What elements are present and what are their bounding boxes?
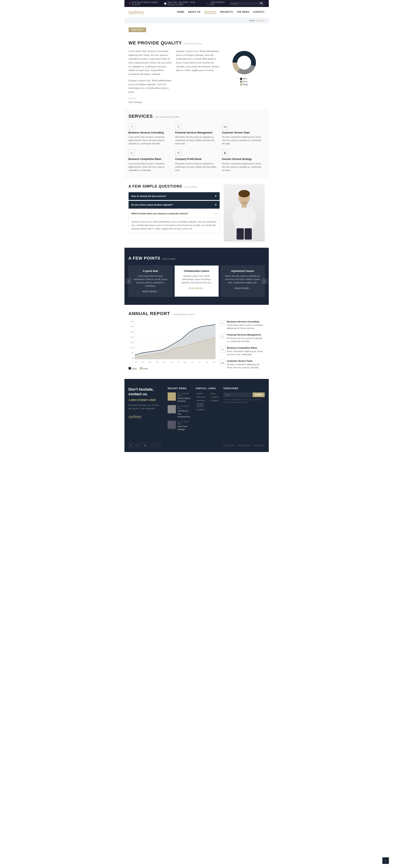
faq-question[interactable]: What to know when you choose a corporate… [128,210,220,218]
point-card-link[interactable]: READ MORE › [132,290,169,293]
service-card: ◫ Financial Services Management Elit dro… [175,123,218,146]
nav-item-contact[interactable]: CONTACT [253,11,265,14]
page-badge: SERVICES [128,27,146,32]
hours-info: 🕐 Open: Mon - Sat 08:00 - 19:00, Sunday … [164,1,203,6]
nav-item-home[interactable]: HOME [177,11,184,14]
footer-recent-news: RECENT NEWS 01 - 28 March 2019 How to bu… [168,387,190,433]
quality-subtitle: the best services [184,42,202,45]
page-title-section: SERVICES [124,23,269,34]
location-icon: 📍 [128,2,131,5]
subscribe-email-input[interactable] [223,393,252,397]
breadcrumb-home[interactable]: Home [249,20,255,22]
news-date: 01 - 28 March 2019 [178,405,190,409]
news-item: 01 - 28 March 2019 How to build a busine… [168,393,190,403]
chart-icon: ◫ [175,123,182,130]
point-card-link[interactable]: READ MORE › [224,287,261,289]
service-desc: Sit amet, consectetur adipiscing elit. D… [222,162,265,172]
legend-item-beige: Beige [240,83,248,86]
footer-link[interactable]: Portfolio [195,409,206,411]
facebook-icon[interactable]: f [149,443,154,448]
chart-legend-row: SalesProfit [128,367,215,370]
nav-item-the-news[interactable]: THE NEWS [237,11,249,14]
service-name: Company Profile Book [175,158,218,161]
nav-item-services[interactable]: SERVICES [204,11,216,14]
footer-brand: Don't hesitate, contact us. 1-800-SYDNEY… [128,387,163,433]
news-title[interactable]: How to build a business [178,397,190,403]
faq-items: How to choose the best service? + Do you… [128,192,220,233]
news-thumb [168,405,176,413]
line-chart-area: 3503002502001501005015 [128,320,215,373]
chart-legend-item: Sales [128,367,137,370]
search-form: 🔍 [230,1,265,6]
news-date: 01 - 28 March 2019 [178,393,190,397]
faq-content: A FEW SIMPLE QUESTIONS just to know How … [128,184,220,234]
faq-item: How to choose the best service? + [128,192,220,200]
point-card-title: Collaboration bases [179,270,215,273]
search-input[interactable] [230,2,259,5]
legend-item-grey: Grey [240,81,248,83]
briefcase-icon: ⬡ [128,123,135,130]
annual-subtitle: comprehensive report [172,313,195,315]
quality-section: WE PROVIDE QUALITY the best services Lor… [124,34,269,110]
monitor-icon: ▬ [220,360,225,365]
footer-phone: 1-800-SYDNEY-4506 [128,398,163,402]
faq-question[interactable]: How to choose the best service? + [128,192,220,200]
point-card-link[interactable]: READ MORE › [179,287,215,289]
services-section: SERVICES you know what we offer ⬡ Busine… [124,110,269,178]
svg-point-3 [237,56,251,70]
legend-color [240,78,242,80]
footer-link[interactable]: Contact [210,396,218,398]
service-name: Business Services Consulting [128,131,171,134]
footer-link[interactable]: Google Service [195,403,206,407]
phone-icon: 📞 [207,2,209,5]
nav-item-about-us[interactable]: ABOUT US [188,11,201,14]
monitor-icon: ▬ [222,123,229,130]
points-section: A FEW POINTS just to know ‹ › A good dea… [124,248,269,305]
service-desc: Lorem ipsum dolor sit amet, consectetur … [128,162,171,172]
quality-text: Lorem ipsum dolor sit amet, consectetur … [128,49,172,103]
main-nav: HOMEABOUT USSERVICESPROJECTSTHE NEWSCONT… [177,11,265,14]
footer-link[interactable]: Blog [210,393,218,395]
footer-link[interactable]: Home [195,393,206,395]
subscribe-form: SUBMIT [223,393,265,397]
footer-brand-desc: Sed vitae elementum lea. Ut fauci bus sa… [128,404,163,410]
twitter-icon[interactable]: 𝕥 [156,443,161,448]
address-info: 📍 4124 Barnes Street, Sanford, FL 32771 [128,1,160,6]
points-subtitle: just to know [162,257,175,260]
footer-links-col1: HomeAbout UsServicesGoogle ServicePortfo… [195,393,206,412]
footer-link[interactable]: About Us [195,396,206,398]
point-card: Agreement issues Donec nisl uma, porta e… [221,266,265,297]
chart-inner [135,320,215,359]
faq-plus-icon: + [215,194,217,198]
legal-link[interactable]: Legal Notice [253,444,265,446]
faq-image [224,184,265,242]
annual-section: ANNUAL REPORT comprehensive report 35030… [124,305,269,379]
grid-icon: ⊞ [175,150,182,156]
service-name: Customer Service Team [222,131,265,134]
legal-link[interactable]: Terms of Use [223,444,235,446]
annual-services: ⬡ Business Services Consulting Lorem ips… [220,320,265,373]
points-prev-button[interactable]: ‹ [126,278,131,284]
news-title[interactable]: 10 Rules for new entrepreneurs [178,410,190,418]
footer-link[interactable]: Services [195,399,206,402]
annual-service-item: ▬ Customer Service Team Sit amet, consec… [220,360,265,369]
points-next-button[interactable]: › [262,278,268,284]
footer-link[interactable]: Support [210,399,218,402]
linkedin-icon[interactable]: in [135,443,141,448]
footer-headline: Don't hesitate, contact us. [128,387,163,397]
signature: ~ ~ ~ CEO Company [128,96,172,103]
search-button[interactable]: 🔍 [259,1,265,6]
logo[interactable]: sydney [128,9,144,15]
point-card-title: A good deal [132,270,169,273]
annual-service-desc: Lorem ipsum dolor sit amet, consectetur … [227,324,265,330]
annual-service-desc: Amet, consectetur adipiscing elit. Donec… [227,350,265,356]
instagram-icon[interactable]: ◑ [143,443,147,448]
footer-links-col2: BlogContactSupport [210,393,218,412]
nav-item-projects[interactable]: PROJECTS [220,11,233,14]
pinterest-icon[interactable]: 𝐏 [128,443,133,448]
legal-link[interactable]: Privacy Policy [238,444,250,446]
file-icon: ◧ [222,150,229,156]
subscribe-submit-button[interactable]: SUBMIT [252,393,265,397]
news-title[interactable]: John Doe's strategy [178,425,190,431]
faq-question[interactable]: Do you need a quick product upgrade? + [128,201,220,209]
